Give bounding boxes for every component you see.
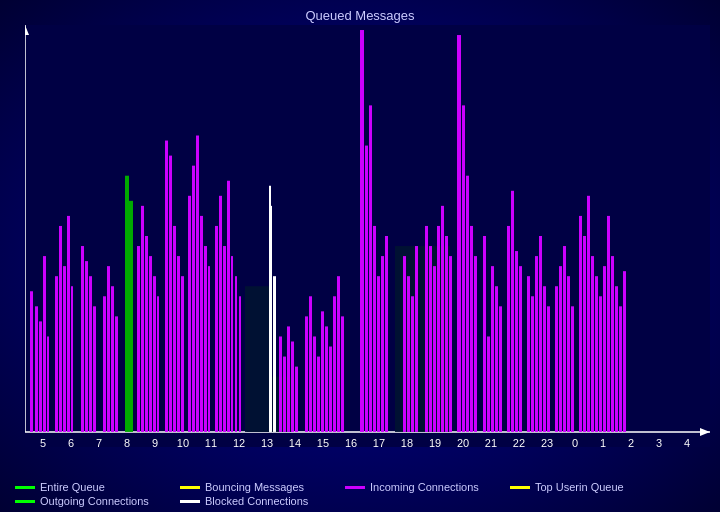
svg-rect-107 bbox=[437, 226, 440, 432]
bouncing-messages-color bbox=[180, 486, 200, 489]
svg-rect-145 bbox=[615, 286, 618, 432]
svg-text:2: 2 bbox=[628, 437, 634, 447]
outgoing-connections-color bbox=[15, 500, 35, 503]
svg-rect-131 bbox=[555, 286, 558, 432]
svg-rect-112 bbox=[462, 105, 465, 432]
svg-rect-65 bbox=[204, 246, 207, 432]
entire-queue-color bbox=[15, 486, 35, 489]
svg-rect-72 bbox=[235, 276, 237, 432]
svg-rect-134 bbox=[567, 276, 570, 432]
svg-rect-124 bbox=[519, 266, 522, 432]
svg-text:20: 20 bbox=[457, 437, 469, 447]
chart-container: Queued Messages 0 5 6 7 8 9 10 11 12 13 bbox=[0, 0, 720, 512]
svg-rect-87 bbox=[325, 326, 328, 432]
svg-rect-41 bbox=[85, 261, 88, 432]
svg-rect-42 bbox=[89, 276, 92, 432]
svg-rect-137 bbox=[583, 236, 586, 432]
svg-text:17: 17 bbox=[373, 437, 385, 447]
svg-text:12: 12 bbox=[233, 437, 245, 447]
svg-rect-91 bbox=[341, 316, 344, 432]
svg-rect-127 bbox=[535, 256, 538, 432]
svg-rect-30 bbox=[30, 291, 33, 432]
svg-text:7: 7 bbox=[96, 437, 102, 447]
svg-text:18: 18 bbox=[401, 437, 413, 447]
svg-rect-53 bbox=[149, 256, 152, 432]
svg-rect-139 bbox=[591, 256, 594, 432]
svg-rect-135 bbox=[571, 306, 574, 432]
svg-rect-109 bbox=[445, 236, 448, 432]
svg-rect-101 bbox=[407, 276, 410, 432]
svg-rect-31 bbox=[35, 306, 38, 432]
svg-text:8: 8 bbox=[124, 437, 130, 447]
svg-rect-83 bbox=[309, 296, 312, 432]
svg-rect-34 bbox=[47, 336, 49, 431]
chart-svg: 0 5 6 7 8 9 10 11 12 13 14 15 16 17 18 1… bbox=[25, 25, 710, 447]
legend-bouncing-messages: Bouncing Messages bbox=[180, 481, 340, 493]
svg-rect-138 bbox=[587, 196, 590, 432]
svg-rect-55 bbox=[157, 296, 159, 432]
svg-rect-44 bbox=[103, 296, 106, 432]
svg-text:3: 3 bbox=[656, 437, 662, 447]
legend-label-bouncing-messages: Bouncing Messages bbox=[205, 481, 304, 493]
svg-rect-68 bbox=[219, 196, 222, 432]
svg-rect-70 bbox=[227, 181, 230, 432]
legend-label-outgoing-connections: Outgoing Connections bbox=[40, 495, 149, 507]
svg-rect-93 bbox=[365, 146, 368, 432]
blocked-connections-color bbox=[180, 500, 200, 503]
svg-rect-35 bbox=[55, 276, 58, 432]
svg-text:6: 6 bbox=[68, 437, 74, 447]
svg-rect-71 bbox=[231, 256, 233, 432]
svg-rect-59 bbox=[177, 256, 180, 432]
svg-rect-149 bbox=[269, 186, 271, 432]
legend-label-blocked-connections: Blocked Connections bbox=[205, 495, 308, 507]
svg-rect-97 bbox=[381, 256, 384, 432]
svg-rect-46 bbox=[111, 286, 114, 432]
svg-rect-140 bbox=[595, 276, 598, 432]
svg-rect-90 bbox=[337, 276, 340, 432]
svg-rect-64 bbox=[200, 216, 203, 432]
svg-text:15: 15 bbox=[317, 437, 329, 447]
svg-text:4: 4 bbox=[684, 437, 690, 447]
svg-rect-126 bbox=[531, 296, 534, 432]
svg-rect-146 bbox=[619, 306, 622, 432]
svg-text:13: 13 bbox=[261, 437, 273, 447]
svg-rect-144 bbox=[611, 256, 614, 432]
svg-rect-62 bbox=[192, 166, 195, 432]
legend-top-userin-queue: Top Userin Queue bbox=[510, 481, 670, 493]
svg-rect-36 bbox=[59, 226, 62, 432]
svg-rect-114 bbox=[470, 226, 473, 432]
legend-label-incoming-connections: Incoming Connections bbox=[370, 481, 479, 493]
svg-rect-110 bbox=[449, 256, 452, 432]
legend-entire-queue: Entire Queue bbox=[15, 481, 175, 493]
legend: Entire Queue Bouncing Messages Incoming … bbox=[15, 481, 715, 507]
svg-rect-84 bbox=[313, 336, 316, 431]
svg-rect-89 bbox=[333, 296, 336, 432]
svg-text:21: 21 bbox=[485, 437, 497, 447]
svg-rect-38 bbox=[67, 216, 70, 432]
svg-rect-40 bbox=[81, 246, 84, 432]
svg-rect-92 bbox=[360, 30, 364, 432]
svg-rect-104 bbox=[425, 226, 428, 432]
svg-rect-79 bbox=[287, 326, 290, 432]
svg-rect-95 bbox=[373, 226, 376, 432]
svg-rect-32 bbox=[39, 321, 42, 432]
svg-rect-66 bbox=[208, 266, 210, 432]
svg-rect-143 bbox=[607, 216, 610, 432]
svg-rect-121 bbox=[507, 226, 510, 432]
svg-rect-100 bbox=[403, 256, 406, 432]
svg-rect-67 bbox=[215, 226, 218, 432]
svg-rect-106 bbox=[433, 266, 436, 432]
svg-rect-45 bbox=[107, 266, 110, 432]
top-userin-color bbox=[510, 486, 530, 489]
svg-rect-136 bbox=[579, 216, 582, 432]
svg-rect-129 bbox=[543, 286, 546, 432]
svg-rect-82 bbox=[305, 316, 308, 432]
svg-rect-123 bbox=[515, 251, 518, 432]
svg-rect-133 bbox=[563, 246, 566, 432]
svg-text:16: 16 bbox=[345, 437, 357, 447]
svg-rect-88 bbox=[329, 347, 332, 432]
svg-rect-96 bbox=[377, 276, 380, 432]
svg-rect-116 bbox=[483, 236, 486, 432]
svg-text:5: 5 bbox=[40, 437, 46, 447]
legend-outgoing-connections: Outgoing Connections bbox=[15, 495, 175, 507]
